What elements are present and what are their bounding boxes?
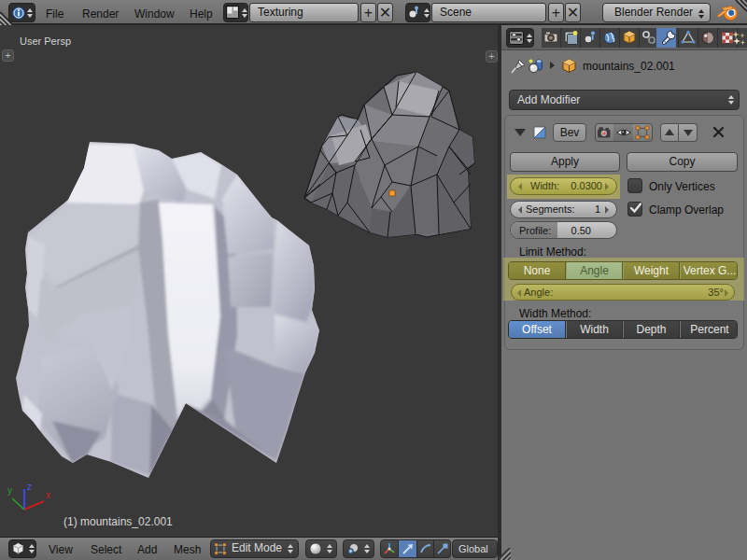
svg-text:x: x bbox=[46, 490, 50, 500]
svg-text:z: z bbox=[27, 482, 32, 492]
svg-text:y: y bbox=[7, 485, 12, 496]
